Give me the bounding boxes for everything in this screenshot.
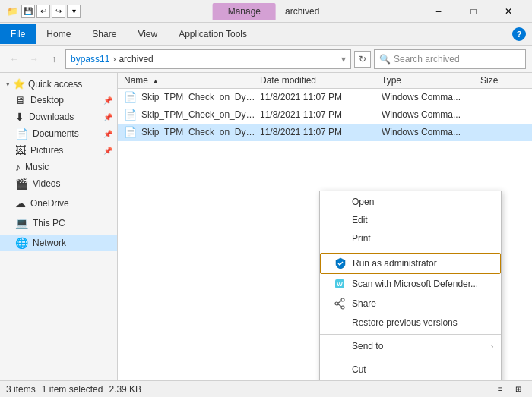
manage-tab[interactable]: Manage: [213, 3, 276, 20]
back-button[interactable]: ←: [6, 51, 23, 68]
address-box[interactable]: bypass11 › archived ▾: [65, 49, 351, 69]
ribbon: File Home Share View Application Tools ?: [0, 23, 532, 46]
save-qs-btn[interactable]: 💾: [21, 5, 35, 18]
breadcrumb-sep: ›: [112, 54, 116, 65]
tab-share[interactable]: Share: [81, 24, 127, 44]
status-right: ≡ ⊞: [492, 383, 526, 396]
sidebar-item-onedrive[interactable]: ☁ OneDrive: [0, 195, 117, 212]
breadcrumb-item-bypass11[interactable]: bypass11: [71, 54, 109, 65]
downloads-icon: ⬇: [15, 111, 24, 123]
tab-application-tools[interactable]: Application Tools: [168, 24, 258, 44]
ctx-run-as-admin[interactable]: Run as administrator: [320, 253, 501, 274]
table-row[interactable]: 📄 Skip_TPM_Check_on_Dynamic_Update_v2 11…: [118, 106, 532, 124]
file-name-3: Skip_TPM_Check_on_Dynamic_Update_v3: [141, 127, 260, 137]
search-placeholder: Search archived: [394, 54, 460, 65]
pictures-icon: 🖼: [15, 144, 26, 156]
details-view-btn[interactable]: ≡: [492, 383, 508, 396]
sidebar-item-music[interactable]: ♪ Music: [0, 159, 117, 175]
tab-home[interactable]: Home: [36, 24, 81, 44]
svg-text:W: W: [337, 281, 343, 288]
ctx-print-label: Print: [352, 233, 371, 244]
col-type-header[interactable]: Type: [382, 75, 480, 86]
sidebar-item-videos[interactable]: 🎬 Videos: [0, 175, 117, 192]
ctx-sep-3: [320, 358, 501, 358]
sidebar-item-thispc[interactable]: 💻 This PC: [0, 215, 117, 232]
sidebar-item-onedrive-label: OneDrive: [30, 198, 69, 209]
redo-qs-btn[interactable]: ↪: [52, 5, 65, 18]
ctx-restore[interactable]: Restore previous versions: [320, 314, 501, 332]
file-date-3: 11/8/2021 11:07 PM: [260, 127, 382, 137]
undo-qs-btn[interactable]: ↩: [36, 5, 50, 18]
sidebar-item-downloads[interactable]: ⬇ Downloads 📌: [0, 109, 117, 125]
sidebar-item-thispc-label: This PC: [33, 218, 65, 228]
quick-access-header[interactable]: ▾ ⭐ Quick access: [0, 76, 117, 92]
minimize-button[interactable]: –: [421, 0, 456, 23]
ctx-scan-defender[interactable]: W Scan with Microsoft Defender...: [320, 274, 501, 294]
status-selected: 1 item selected: [42, 384, 103, 395]
ctx-print[interactable]: Print: [320, 229, 501, 247]
sidebar-item-pictures-label: Pictures: [30, 145, 63, 156]
breadcrumb-item-archived[interactable]: archived: [119, 54, 153, 65]
sidebar-item-documents[interactable]: 📄 Documents 📌: [0, 125, 117, 142]
breadcrumb: bypass11 › archived: [71, 54, 154, 65]
defender-icon: W: [332, 278, 347, 290]
videos-icon: 🎬: [15, 178, 28, 190]
title-bar: 📁 💾 ↩ ↪ ▾ Manage archived – □ ✕: [0, 0, 532, 23]
dropdown-qs-btn[interactable]: ▾: [67, 5, 81, 18]
file-list: Name ▲ Date modified Type Size 📄 Skip_TP…: [118, 73, 532, 380]
quick-access-arrow: ▾: [6, 80, 10, 88]
file-type-2: Windows Comma...: [382, 109, 480, 120]
status-size: 2.39 KB: [109, 384, 141, 395]
quick-access-label: Quick access: [28, 79, 82, 90]
sidebar-item-network[interactable]: 🌐 Network: [0, 235, 117, 251]
col-size-header[interactable]: Size: [480, 75, 526, 86]
col-date-header[interactable]: Date modified: [260, 75, 382, 86]
ctx-edit-label: Edit: [352, 215, 368, 225]
sidebar-item-music-label: Music: [25, 162, 49, 172]
file-type-1: Windows Comma...: [382, 92, 480, 102]
forward-button[interactable]: →: [26, 51, 43, 68]
sidebar-item-documents-label: Documents: [33, 128, 79, 139]
share-icon: [332, 298, 347, 310]
ctx-run-as-admin-label: Run as administrator: [353, 258, 437, 269]
tiles-view-btn[interactable]: ⊞: [511, 383, 526, 396]
ctx-share[interactable]: Share: [320, 294, 501, 314]
col-name-header[interactable]: Name ▲: [124, 75, 260, 86]
ctx-scan-label: Scan with Microsoft Defender...: [352, 279, 478, 289]
maximize-button[interactable]: □: [456, 0, 491, 23]
sidebar-item-pictures[interactable]: 🖼 Pictures 📌: [0, 142, 117, 159]
quick-access-icon: ⭐: [13, 78, 25, 90]
file-icon-1: 📄: [124, 91, 137, 103]
ctx-copy[interactable]: Copy: [320, 379, 501, 380]
ctx-cut-label: Cut: [352, 364, 366, 375]
sidebar-item-desktop-label: Desktop: [30, 95, 64, 106]
svg-point-3: [335, 302, 338, 305]
ctx-edit[interactable]: Edit: [320, 211, 501, 229]
pin-icon: 📌: [103, 96, 112, 105]
refresh-button[interactable]: ↻: [354, 51, 371, 68]
close-button[interactable]: ✕: [491, 0, 526, 23]
file-icon-2: 📄: [124, 109, 137, 121]
context-menu: Open Edit Print Run as administrator: [319, 191, 502, 380]
sidebar-item-videos-label: Videos: [33, 178, 60, 189]
tab-view[interactable]: View: [127, 24, 168, 44]
ctx-cut[interactable]: Cut: [320, 361, 501, 379]
table-row[interactable]: 📄 Skip_TPM_Check_on_Dynamic_Update_v3 11…: [118, 124, 532, 141]
ctx-open[interactable]: Open: [320, 193, 501, 211]
search-icon: 🔍: [379, 54, 391, 65]
network-section: 🌐 Network: [0, 235, 117, 251]
file-name-2: Skip_TPM_Check_on_Dynamic_Update_v2: [141, 109, 260, 120]
ctx-send-to-label: Send to: [352, 341, 383, 351]
onedrive-icon: ☁: [15, 197, 26, 210]
ctx-send-to[interactable]: Send to ›: [320, 337, 501, 355]
sidebar-item-desktop[interactable]: 🖥 Desktop 📌: [0, 92, 117, 109]
svg-line-5: [338, 301, 341, 304]
search-box[interactable]: 🔍 Search archived: [374, 49, 526, 69]
table-row[interactable]: 📄 Skip_TPM_Check_on_Dynamic_Update_v1 11…: [118, 89, 532, 106]
address-bar: ← → ↑ bypass11 › archived ▾ ↻ 🔍 Search a…: [0, 46, 532, 73]
svg-point-2: [341, 298, 344, 301]
help-icon[interactable]: ?: [512, 27, 526, 41]
tab-file[interactable]: File: [0, 24, 36, 44]
folder-icon: 📁: [6, 5, 18, 17]
up-button[interactable]: ↑: [46, 51, 62, 68]
